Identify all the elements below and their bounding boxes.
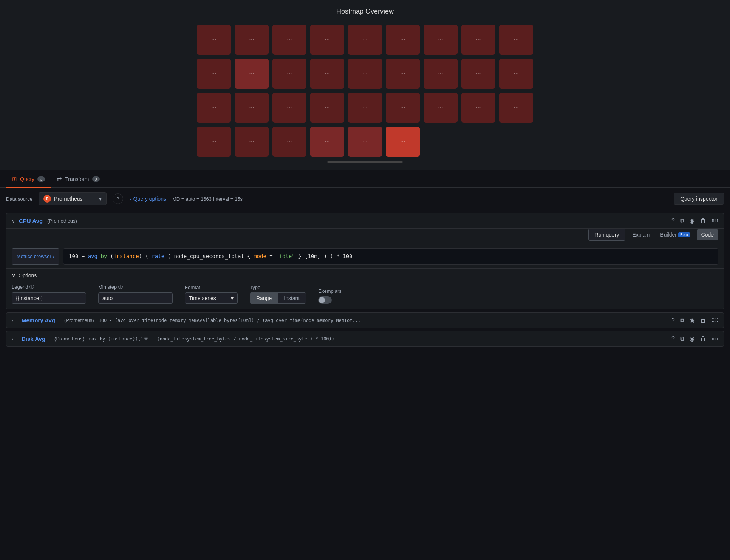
prometheus-icon: P [43,195,51,203]
datasource-selector[interactable]: P Prometheus ▾ [39,192,107,205]
disk-avg-datasource: (Prometheus) [54,336,84,342]
query-options-chevron-icon: › [129,196,131,202]
query-editor-row: Metrics browser › 100 − avg by (instance… [6,244,724,268]
query-copy-button[interactable]: ⧉ [680,218,684,224]
hostmap-cell[interactable]: ··· [424,93,458,123]
hostmap-cell[interactable]: ··· [499,93,533,123]
hostmap-cell[interactable]: ··· [197,25,231,55]
query-visibility-button[interactable]: ◉ [690,217,695,224]
query-help-button[interactable]: ? [671,218,675,224]
memory-visibility-button[interactable]: ◉ [690,317,695,324]
hostmap-grid: ··· ··· ··· ··· ··· ··· ··· ··· ··· ··· … [197,25,533,157]
hostmap-cell[interactable]: ··· [386,93,420,123]
type-group: Type Range Instant [250,285,306,304]
hostmap-cell[interactable]: ··· [272,127,306,157]
hostmap-cell[interactable]: ··· [272,93,306,123]
query-options-info: MD = auto = 1663 Interval = 15s [172,196,243,202]
metrics-browser-button[interactable]: Metrics browser › [12,248,59,265]
legend-input[interactable] [12,292,86,304]
format-select[interactable]: Time series ▾ [185,292,238,304]
datasource-row: Data source P Prometheus ▾ ? › Query opt… [0,188,730,210]
memory-header-actions: ? ⧉ ◉ 🗑 ⠿⠿ [671,317,718,324]
memory-expand-icon[interactable]: › [12,318,13,323]
hostmap-cell[interactable]: ··· [310,93,344,123]
hostmap-cell[interactable]: ··· [197,93,231,123]
exemplars-toggle[interactable] [318,296,332,304]
transform-tab-badge: 0 [92,176,100,182]
datasource-help-button[interactable]: ? [113,193,123,204]
hostmap-cell[interactable]: ··· [197,127,231,157]
hostmap-cell[interactable]: ··· [348,25,382,55]
memory-avg-header-row: › Memory Avg (Prometheus) 100 - (avg_ove… [6,313,724,328]
hostmap-cell[interactable]: ··· [197,59,231,89]
type-instant-button[interactable]: Instant [278,293,306,303]
memory-avg-datasource: (Prometheus) [64,317,94,323]
query-options-label: Query options [133,196,166,202]
query-input[interactable]: 100 − avg by (instance) ( rate ( node_cp… [63,248,718,265]
hostmap-cell[interactable]: ··· [386,59,420,89]
type-range-button[interactable]: Range [250,293,278,303]
metrics-browser-chevron-icon: › [53,254,54,259]
disk-avg-query-block: › Disk Avg (Prometheus) max by (instance… [6,331,724,347]
min-step-input[interactable] [98,292,173,304]
hostmap-row: ··· ··· ··· ··· ··· ··· ··· ··· ··· [197,25,533,55]
hostmap-cell[interactable]: ··· [310,59,344,89]
hostmap-cell[interactable]: ··· [272,59,306,89]
tab-transform[interactable]: ⇄ Transform 0 [51,170,105,188]
min-step-info-icon: ⓘ [118,284,123,290]
memory-help-button[interactable]: ? [671,317,675,324]
query-drag-handle[interactable]: ⠿⠿ [711,218,718,224]
hostmap-cell[interactable]: ··· [348,93,382,123]
hostmap-cell[interactable]: ··· [461,25,495,55]
explain-button[interactable]: Explain [628,229,653,240]
builder-button[interactable]: Builder Beta [656,229,693,240]
hostmap-panel: Hostmap Overview ··· ··· ··· ··· ··· ···… [0,0,730,170]
legend-group: Legend ⓘ [12,284,86,304]
memory-delete-button[interactable]: 🗑 [700,317,706,324]
hostmap-cell[interactable]: ··· [424,25,458,55]
disk-drag-handle[interactable]: ⠿⠿ [711,336,718,342]
disk-delete-button[interactable]: 🗑 [700,336,706,342]
query-tab-icon: ⊞ [12,176,17,183]
hostmap-cell[interactable]: ··· [386,127,420,157]
collapse-icon[interactable]: ∨ [12,218,15,224]
disk-help-button[interactable]: ? [671,336,675,342]
code-button[interactable]: Code [697,229,718,240]
hostmap-cell[interactable]: ··· [272,25,306,55]
hostmap-cell[interactable]: ··· [310,25,344,55]
hostmap-cell[interactable]: ··· [348,59,382,89]
query-delete-button[interactable]: 🗑 [700,218,706,224]
memory-drag-handle[interactable]: ⠿⠿ [711,318,718,323]
memory-copy-button[interactable]: ⧉ [680,317,684,324]
chevron-down-icon: ▾ [99,196,102,202]
hostmap-cell[interactable]: ··· [235,59,269,89]
options-collapse-icon: ∨ [12,272,15,278]
hostmap-cell[interactable]: ··· [386,25,420,55]
disk-copy-button[interactable]: ⧉ [680,336,684,342]
hostmap-cell[interactable]: ··· [424,59,458,89]
tab-query[interactable]: ⊞ Query 3 [6,170,51,188]
hostmap-cell[interactable]: ··· [499,59,533,89]
disk-visibility-button[interactable]: ◉ [690,335,695,342]
hostmap-cell[interactable]: ··· [235,127,269,157]
hostmap-row: ··· ··· ··· ··· ··· ··· ··· ··· ··· [197,93,533,123]
hostmap-cell[interactable]: ··· [348,127,382,157]
disk-header-actions: ? ⧉ ◉ 🗑 ⠿⠿ [671,335,718,342]
query-options-toggle[interactable]: › Query options [129,196,166,202]
memory-avg-query-name: Memory Avg [22,317,55,323]
disk-expand-icon[interactable]: › [12,336,13,342]
hostmap-cell[interactable]: ··· [235,25,269,55]
hostmap-row: ··· ··· ··· ··· ··· ··· ··· ··· ··· [197,59,533,89]
options-header[interactable]: ∨ Options [12,269,718,284]
hostmap-cell[interactable]: ··· [310,127,344,157]
hostmap-row: ··· ··· ··· ··· ··· ··· [197,127,533,157]
query-tab-label: Query [20,176,34,182]
hostmap-cell[interactable]: ··· [461,93,495,123]
run-query-button[interactable]: Run query [588,229,626,241]
builder-label: Builder [660,232,677,238]
hostmap-cell[interactable]: ··· [235,93,269,123]
query-inspector-button[interactable]: Query inspector [674,193,724,205]
cpu-avg-query-block: ∨ CPU Avg (Prometheus) ? ⧉ ◉ 🗑 ⠿⠿ Run qu… [6,213,724,309]
hostmap-cell[interactable]: ··· [461,59,495,89]
hostmap-cell[interactable]: ··· [499,25,533,55]
